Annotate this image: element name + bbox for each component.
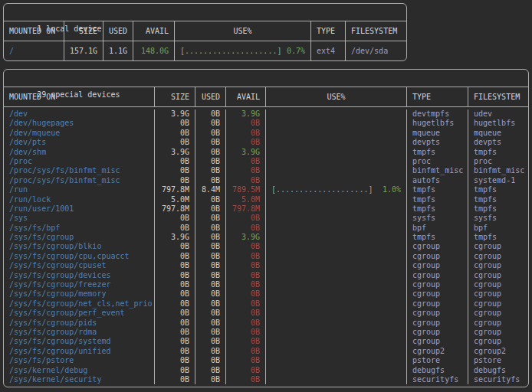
mounted-on-cell: /sys/fs/cgroup/pids <box>4 318 154 328</box>
used-cell: 0B <box>195 271 225 280</box>
mounted-on-cell: /sys/fs/cgroup/rdma <box>4 328 154 337</box>
use-percent-cell <box>265 375 406 384</box>
size-cell: 0B <box>154 280 195 289</box>
use-percent-cell <box>265 280 406 289</box>
use-percent-cell <box>265 271 406 280</box>
size-cell: 0B <box>154 318 195 328</box>
use-percent-cell <box>265 157 406 166</box>
used-cell: 0B <box>195 280 225 289</box>
filesystem-cell: securityfs <box>468 375 528 384</box>
filesystem-cell: bpf <box>468 224 528 233</box>
mounted-on-cell: /sys/kernel/security <box>4 375 154 384</box>
table-row: /dev/shm3.9G0B3.9Gtmpfstmpfs <box>4 148 528 157</box>
type-cell: tmpfs <box>406 148 468 157</box>
avail-cell: 0B <box>225 242 265 251</box>
table-row: /sys/fs/cgroup/net_cls,net_prio0B0B0Bcgr… <box>4 299 528 309</box>
used-cell: 0B <box>195 299 225 309</box>
size-cell: 3.9G <box>154 109 195 119</box>
mounted-on-cell: /proc <box>4 157 154 166</box>
usage-percent: 1.0% <box>383 185 401 194</box>
table-row: /dev3.9G0B3.9Gdevtmpfsudev <box>4 109 528 119</box>
mounted-on-cell: /sys/fs/cgroup/unified <box>4 347 154 356</box>
type-cell: autofs <box>406 176 468 185</box>
mounted-on-cell: /sys/fs/pstore <box>4 356 154 365</box>
mounted-on-cell: /dev/mqueue <box>4 129 154 138</box>
used-cell: 0B <box>195 195 225 204</box>
used-cell: 0B <box>195 242 225 251</box>
used-cell: 0B <box>195 318 225 328</box>
avail-cell: 0B <box>225 347 265 356</box>
mounted-on-cell: /dev/shm <box>4 148 154 157</box>
use-percent-cell <box>265 195 406 204</box>
used-cell: 1.1G <box>103 41 133 60</box>
used-cell: 0B <box>195 109 225 119</box>
size-cell: 0B <box>154 289 195 299</box>
used-cell: 0B <box>195 166 225 175</box>
table-row: /sys/fs/cgroup3.9G0B3.9Gtmpfstmpfs <box>4 233 528 242</box>
use-percent-cell <box>265 289 406 299</box>
local-devices-table: 1 local device MOUNTED ONSIZEUSEDAVAILUS… <box>3 3 407 61</box>
used-cell: 0B <box>195 204 225 214</box>
type-cell: mqueue <box>406 129 468 138</box>
table-row: /sys/fs/cgroup/cpu,cpuacct0B0B0Bcgroupcg… <box>4 252 528 261</box>
avail-cell: 0B <box>225 176 265 185</box>
use-percent-cell: [....................]1.0% <box>265 185 406 194</box>
size-cell: 0B <box>154 214 195 223</box>
avail-cell: 0B <box>225 214 265 223</box>
avail-cell: 0B <box>225 328 265 337</box>
use-percent-cell <box>265 204 406 214</box>
type-cell: securityfs <box>406 375 468 384</box>
table-body: /157.1G1.1G148.0G[....................]0… <box>4 41 406 60</box>
use-percent-cell <box>265 214 406 223</box>
mounted-on-cell: /sys/fs/cgroup/memory <box>4 289 154 299</box>
used-cell: 0B <box>195 129 225 138</box>
type-cell: cgroup <box>406 242 468 251</box>
mounted-on-cell: /dev/pts <box>4 138 154 147</box>
type-cell: devtmpfs <box>406 109 468 119</box>
size-cell: 797.8M <box>154 204 195 214</box>
filesystem-cell: cgroup <box>468 337 528 346</box>
mounted-on-cell: /sys/fs/cgroup/cpu,cpuacct <box>4 252 154 261</box>
avail-cell: 0B <box>225 271 265 280</box>
type-cell: cgroup <box>406 289 468 299</box>
table-row: /sys/fs/pstore0B0B0Bpstorepstore <box>4 356 528 365</box>
used-cell: 0B <box>195 157 225 166</box>
column-header-mountedon: MOUNTED ON <box>4 87 154 106</box>
mounted-on-cell: /sys <box>4 214 154 223</box>
special-table-grid: MOUNTED ONSIZEUSEDAVAILUSE%TYPEFILESYSTE… <box>4 87 528 387</box>
used-cell: 0B <box>195 224 225 233</box>
size-cell: 0B <box>154 261 195 270</box>
usage-bar: [....................] <box>180 41 281 60</box>
use-percent-cell <box>265 224 406 233</box>
filesystem-cell: binfmt_misc <box>468 166 528 175</box>
mounted-on-cell: /sys/fs/cgroup <box>4 233 154 242</box>
avail-cell: 0B <box>225 337 265 346</box>
filesystem-cell: cgroup <box>468 309 528 318</box>
table-row: /run/lock5.0M0B5.0Mtmpfstmpfs <box>4 195 528 204</box>
type-cell: binfmt_misc <box>406 166 468 175</box>
use-percent-cell <box>265 119 406 128</box>
table-row: /proc0B0B0Bprocproc <box>4 157 528 166</box>
table-row: /sys/fs/cgroup/pids0B0B0Bcgroupcgroup <box>4 318 528 328</box>
filesystem-cell: cgroup <box>468 242 528 251</box>
used-cell: 0B <box>195 119 225 128</box>
avail-cell: 0B <box>225 375 265 384</box>
table-title-special: 29 special devices <box>4 70 528 87</box>
type-cell: cgroup <box>406 328 468 337</box>
usage-bar: [....................] <box>271 185 373 194</box>
use-percent-cell <box>265 309 406 318</box>
size-cell: 0B <box>154 119 195 128</box>
use-percent-cell: [....................]0.7% <box>174 41 310 60</box>
mounted-on-cell: /sys/fs/cgroup/systemd <box>4 337 154 346</box>
avail-cell: 0B <box>225 166 265 175</box>
size-cell: 0B <box>154 328 195 337</box>
used-cell: 0B <box>195 148 225 157</box>
column-header-type: TYPE <box>406 87 468 106</box>
avail-cell: 0B <box>225 252 265 261</box>
avail-cell: 0B <box>225 356 265 365</box>
filesystem-cell: systemd-1 <box>468 176 528 185</box>
filesystem-cell: tmpfs <box>468 204 528 214</box>
type-cell: bpf <box>406 224 468 233</box>
used-cell: 0B <box>195 214 225 223</box>
filesystem-cell: pstore <box>468 356 528 365</box>
